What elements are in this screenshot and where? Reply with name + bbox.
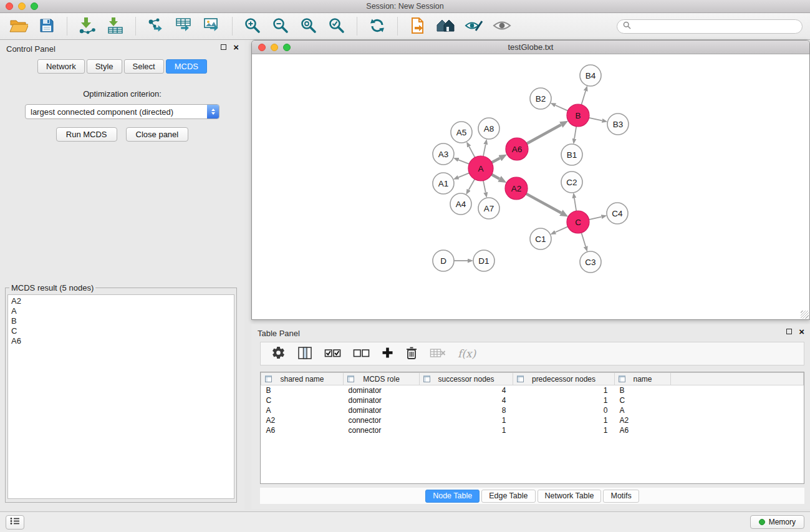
- close-panel-icon[interactable]: ×: [233, 44, 239, 51]
- graphics-details-button[interactable]: [463, 15, 485, 37]
- zoom-selected-button[interactable]: [325, 15, 348, 37]
- table-mode-button[interactable]: [271, 344, 286, 363]
- table-cell[interactable]: 8: [420, 405, 513, 415]
- network-edge-A6-B[interactable]: [527, 125, 561, 143]
- deselect-rows-button[interactable]: [353, 344, 370, 363]
- add-column-button[interactable]: [382, 344, 393, 363]
- delete-column-button[interactable]: [405, 344, 418, 363]
- table-cell[interactable]: 1: [513, 425, 615, 435]
- show-column-button[interactable]: [297, 344, 312, 363]
- tab-select[interactable]: Select: [124, 59, 164, 74]
- network-node-B2[interactable]: B2: [530, 88, 551, 109]
- memory-button[interactable]: Memory: [750, 515, 804, 529]
- table-cell[interactable]: 4: [420, 385, 513, 396]
- network-edge-A-A1[interactable]: [458, 173, 469, 177]
- table-cell[interactable]: C: [615, 395, 671, 405]
- column-header-MCDS-role[interactable]: MCDS role: [344, 373, 420, 385]
- result-item[interactable]: C: [11, 326, 231, 336]
- table-cell[interactable]: 4: [420, 395, 513, 405]
- network-node-A6[interactable]: A6: [506, 138, 528, 160]
- network-edge-A-A2[interactable]: [491, 175, 499, 179]
- tab-motifs[interactable]: Motifs: [603, 490, 639, 503]
- close-panel-button[interactable]: Close panel: [126, 127, 189, 142]
- tab-network[interactable]: Network: [37, 59, 85, 74]
- table-cell[interactable]: dominator: [344, 385, 420, 396]
- network-node-A[interactable]: A: [468, 156, 493, 181]
- network-node-D[interactable]: D: [433, 250, 454, 271]
- network-edge-B-B3[interactable]: [589, 118, 602, 121]
- network-node-A8[interactable]: A8: [478, 118, 499, 139]
- network-edge-A2-C[interactable]: [526, 194, 561, 213]
- network-edge-A-A3[interactable]: [458, 160, 469, 164]
- import-network-button[interactable]: [76, 15, 99, 37]
- result-item[interactable]: A6: [11, 336, 231, 346]
- network-edge-C-C3[interactable]: [581, 233, 586, 246]
- network-node-B1[interactable]: B1: [561, 144, 582, 165]
- network-minimize-button[interactable]: [271, 44, 278, 51]
- result-item[interactable]: A: [11, 306, 231, 316]
- network-close-button[interactable]: [258, 44, 266, 51]
- table-cell[interactable]: B: [261, 385, 344, 396]
- criterion-dropdown[interactable]: largest connected component (directed): [25, 104, 219, 119]
- network-node-A7[interactable]: A7: [478, 198, 499, 219]
- network-node-C[interactable]: C: [567, 211, 589, 233]
- network-node-C2[interactable]: C2: [561, 172, 582, 193]
- float-panel-icon[interactable]: [221, 44, 226, 50]
- network-edge-A-A6[interactable]: [492, 158, 500, 163]
- table-cell[interactable]: A2: [261, 415, 344, 425]
- save-session-button[interactable]: [36, 15, 58, 37]
- network-node-B[interactable]: B: [567, 104, 589, 127]
- network-edge-B-B2[interactable]: [556, 105, 568, 111]
- run-mcds-button[interactable]: Run MCDS: [56, 127, 117, 142]
- network-edge-C-C2[interactable]: [574, 198, 576, 211]
- table-cell[interactable]: A6: [615, 425, 671, 435]
- function-builder-button[interactable]: f(x): [458, 344, 476, 363]
- float-table-panel-icon[interactable]: [786, 329, 792, 334]
- close-table-panel-icon[interactable]: ×: [799, 328, 804, 335]
- column-header-successor-nodes[interactable]: successor nodes: [420, 373, 513, 385]
- network-edge-C-C4[interactable]: [589, 217, 602, 220]
- export-image-button[interactable]: [201, 15, 223, 37]
- table-cell[interactable]: 1: [513, 415, 615, 425]
- close-button[interactable]: [6, 2, 13, 10]
- tab-network-table[interactable]: Network Table: [538, 490, 602, 503]
- network-node-C4[interactable]: C4: [607, 203, 628, 224]
- network-node-B3[interactable]: B3: [607, 114, 629, 135]
- table-cell[interactable]: 1: [513, 385, 615, 396]
- table-row[interactable]: A2connector11A2: [261, 415, 804, 425]
- table-cell[interactable]: A6: [261, 425, 344, 435]
- open-file-button[interactable]: [407, 15, 429, 37]
- select-all-rows-button[interactable]: [324, 344, 341, 363]
- table-row[interactable]: Adominator80A: [261, 405, 804, 415]
- network-zoom-button[interactable]: [283, 44, 291, 51]
- network-node-D1[interactable]: D1: [473, 250, 494, 271]
- table-cell[interactable]: A: [261, 405, 344, 415]
- network-node-A1[interactable]: A1: [433, 173, 454, 194]
- resize-grip[interactable]: [801, 311, 809, 319]
- network-edge-A-A7[interactable]: [483, 181, 486, 193]
- table-row[interactable]: Bdominator41B: [261, 385, 804, 396]
- table-cell[interactable]: 1: [513, 395, 615, 405]
- table-row[interactable]: A6connector11A6: [261, 425, 804, 435]
- table-row[interactable]: Cdominator41C: [261, 395, 804, 405]
- zoom-button[interactable]: [31, 2, 38, 10]
- zoom-fit-button[interactable]: [297, 15, 320, 37]
- minimize-button[interactable]: [18, 2, 26, 10]
- table-cell[interactable]: 1: [420, 425, 513, 435]
- column-header-predecessor-nodes[interactable]: predecessor nodes: [513, 373, 615, 385]
- column-header-shared-name[interactable]: shared name: [261, 373, 344, 385]
- tab-node-table[interactable]: Node Table: [425, 490, 480, 503]
- network-edge-A-A8[interactable]: [483, 145, 486, 157]
- table-cell[interactable]: 1: [420, 415, 513, 425]
- table-cell[interactable]: dominator: [344, 405, 420, 415]
- export-table-button[interactable]: [173, 15, 195, 37]
- export-network-button[interactable]: [145, 15, 167, 37]
- network-node-A4[interactable]: A4: [450, 193, 471, 215]
- tab-style[interactable]: Style: [87, 59, 122, 74]
- table-cell[interactable]: 0: [513, 405, 615, 415]
- network-edge-A-A5[interactable]: [469, 147, 475, 158]
- network-node-A5[interactable]: A5: [451, 122, 472, 143]
- network-edge-C-C1[interactable]: [556, 226, 568, 232]
- column-header-name[interactable]: name: [615, 373, 671, 385]
- home-button[interactable]: [435, 15, 457, 37]
